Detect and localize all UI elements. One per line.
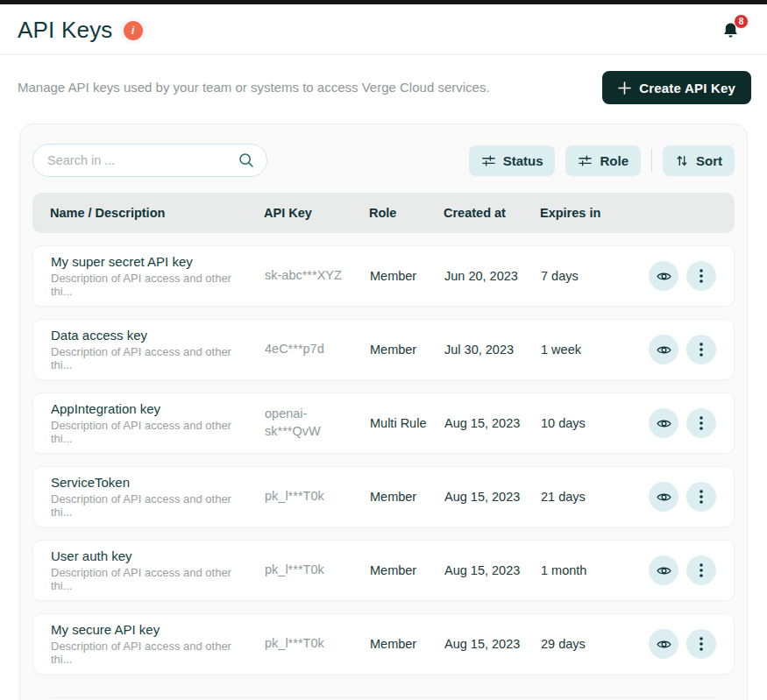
role-filter-label: Role: [600, 153, 629, 168]
create-api-key-label: Create API Key: [639, 81, 735, 95]
key-created-at: Jul 30, 2023: [444, 343, 541, 357]
key-expires-in: 7 days: [541, 269, 649, 283]
key-name: ServiceToken: [51, 475, 252, 490]
table-body: My super secret API key Description of A…: [32, 245, 735, 675]
key-role: Member: [370, 637, 444, 651]
column-header-created: Created at: [444, 206, 540, 220]
notifications-button[interactable]: 8: [721, 20, 741, 41]
column-header-name: Name / Description: [50, 206, 264, 220]
key-description: Description of API access and other thi.…: [51, 492, 252, 519]
row-menu-button[interactable]: [686, 482, 716, 512]
key-role: Multi Rule: [370, 416, 444, 430]
toolbar-divider: [651, 149, 652, 172]
column-header-role: Role: [369, 206, 444, 220]
plus-icon: [618, 81, 631, 95]
column-header-api-key: API Key: [264, 206, 369, 220]
key-role: Member: [370, 343, 444, 357]
table-row: AppIntegration key Description of API ac…: [32, 392, 735, 454]
table-row: My secure API key Description of API acc…: [32, 613, 735, 675]
filter-sliders-icon: [578, 153, 593, 168]
eye-icon: [656, 636, 672, 653]
view-key-button[interactable]: [649, 261, 678, 291]
key-name: My super secret API key: [51, 254, 252, 269]
status-filter-label: Status: [503, 153, 543, 168]
key-name: My secure API key: [51, 622, 252, 637]
status-filter-button[interactable]: Status: [469, 145, 556, 176]
key-expires-in: 1 month: [541, 563, 649, 577]
info-icon[interactable]: i: [124, 21, 143, 40]
page-header: API Keys i 8: [0, 4, 767, 55]
column-header-expires: Expires in: [540, 206, 717, 220]
key-description: Description of API access and other thi.…: [51, 345, 252, 371]
key-name: User auth key: [51, 548, 252, 563]
sort-button[interactable]: Sort: [663, 145, 735, 176]
key-expires-in: 10 days: [541, 416, 649, 430]
key-description: Description of API access and other thi.…: [51, 272, 252, 298]
search-input[interactable]: [32, 144, 267, 177]
view-key-button[interactable]: [649, 555, 678, 585]
key-created-at: Aug 15, 2023: [444, 637, 541, 651]
key-value: 4eC***p7d: [265, 341, 370, 358]
view-key-button[interactable]: [649, 482, 678, 512]
key-created-at: Aug 15, 2023: [444, 416, 541, 430]
kebab-menu-icon: [700, 490, 703, 504]
sort-arrows-icon: [675, 153, 689, 168]
key-role: Member: [370, 269, 444, 283]
key-value: pk_l***T0k: [265, 562, 370, 579]
key-value: openai-sk***QvW: [265, 406, 370, 440]
table-row: ServiceToken Description of API access a…: [32, 466, 735, 527]
key-name: Data access key: [51, 328, 252, 343]
create-api-key-button[interactable]: Create API Key: [602, 71, 751, 104]
view-key-button[interactable]: [649, 335, 678, 364]
key-created-at: Aug 15, 2023: [444, 563, 541, 577]
key-role: Member: [370, 563, 444, 577]
kebab-menu-icon: [700, 637, 703, 651]
key-description: Description of API access and other thi.…: [51, 640, 252, 666]
search-box: [32, 144, 267, 177]
role-filter-button[interactable]: Role: [565, 145, 641, 176]
search-icon: [238, 152, 255, 169]
kebab-menu-icon: [700, 269, 703, 283]
eye-icon: [656, 268, 672, 285]
key-created-at: Jun 20, 2023: [444, 269, 541, 283]
key-expires-in: 29 days: [541, 637, 649, 651]
row-menu-button[interactable]: [686, 408, 716, 438]
sort-label: Sort: [696, 153, 722, 168]
kebab-menu-icon: [700, 416, 703, 430]
key-role: Member: [370, 490, 444, 504]
row-menu-button[interactable]: [686, 629, 716, 659]
table-row: User auth key Description of API access …: [32, 540, 735, 601]
footer-divider: [52, 697, 715, 698]
key-created-at: Aug 15, 2023: [444, 490, 541, 504]
row-menu-button[interactable]: [686, 555, 716, 585]
row-menu-button[interactable]: [686, 261, 716, 291]
key-value: pk_l***T0k: [265, 635, 370, 653]
row-menu-button[interactable]: [686, 335, 716, 364]
view-key-button[interactable]: [649, 629, 678, 659]
table-row: Data access key Description of API acces…: [32, 319, 735, 380]
eye-icon: [656, 562, 672, 579]
key-expires-in: 21 days: [541, 490, 649, 504]
view-key-button[interactable]: [649, 408, 678, 438]
key-name: AppIntegration key: [51, 401, 252, 416]
table-header: Name / Description API Key Role Created …: [32, 193, 735, 233]
eye-icon: [656, 489, 672, 506]
page-title: API Keys: [18, 17, 113, 44]
eye-icon: [656, 415, 672, 432]
api-keys-card: Status Role Sort: [19, 124, 748, 700]
kebab-menu-icon: [700, 563, 703, 577]
kebab-menu-icon: [700, 343, 703, 357]
key-description: Description of API access and other thi.…: [51, 419, 252, 445]
key-value: sk-abc***XYZ: [265, 267, 370, 285]
sub-header: Manage API keys used by your team or sys…: [0, 55, 767, 104]
page-subtitle: Manage API keys used by your team or sys…: [18, 80, 490, 95]
table-toolbar: Status Role Sort: [32, 138, 735, 179]
key-description: Description of API access and other thi.…: [51, 566, 252, 592]
key-value: pk_l***T0k: [265, 488, 370, 506]
table-row: My super secret API key Description of A…: [32, 245, 735, 307]
notification-count-badge: 8: [734, 14, 749, 29]
key-expires-in: 1 week: [541, 343, 649, 357]
filter-sliders-icon: [481, 153, 496, 168]
eye-icon: [656, 342, 672, 358]
